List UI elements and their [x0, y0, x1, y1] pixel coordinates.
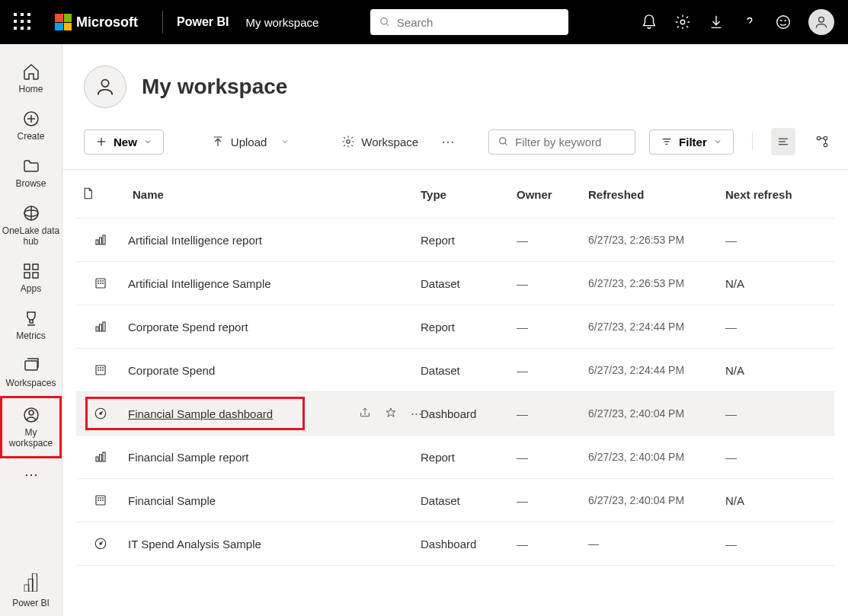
svg-point-6 — [785, 21, 786, 21]
global-search[interactable] — [370, 9, 568, 35]
svg-point-64 — [98, 498, 99, 499]
item-name[interactable]: Corporate Spend report — [128, 321, 364, 334]
nav-home[interactable]: Home — [0, 55, 62, 102]
col-name[interactable]: Name — [128, 188, 364, 201]
favorite-icon[interactable] — [385, 407, 397, 421]
upload-button[interactable]: Upload — [206, 130, 295, 153]
item-name[interactable]: Artificial Intelligence report — [128, 234, 364, 247]
share-icon[interactable] — [359, 407, 371, 421]
item-owner: — — [512, 538, 584, 551]
search-icon — [379, 16, 390, 28]
item-next-refresh: N/A — [721, 277, 820, 290]
microsoft-label: Microsoft — [76, 14, 138, 30]
nav-apps[interactable]: Apps — [0, 254, 62, 302]
item-name[interactable]: Corporate Spend — [128, 364, 364, 377]
toolbar: New Upload Workspace ⋯ Filter — [62, 128, 848, 170]
svg-rect-15 — [24, 273, 30, 278]
workspace-settings-button[interactable]: Workspace — [337, 130, 423, 153]
help-icon[interactable] — [741, 14, 758, 30]
download-icon[interactable] — [708, 14, 725, 30]
item-owner: — — [512, 451, 584, 464]
nav-my-workspace[interactable]: My workspace — [0, 396, 62, 458]
settings-icon[interactable] — [674, 14, 691, 30]
col-refreshed[interactable]: Refreshed — [584, 188, 721, 201]
nav-metrics[interactable]: Metrics — [0, 302, 62, 349]
item-name[interactable]: Artificial Intelligence Sample — [128, 277, 364, 290]
table-row[interactable]: IT Spend Analysis SampleDashboard——— — [76, 522, 834, 566]
svg-point-67 — [98, 500, 99, 501]
table-row[interactable]: Artificial Intelligence reportReport—6/2… — [76, 219, 834, 262]
row-actions: ⋯ — [364, 407, 416, 421]
nav-create[interactable]: Create — [0, 102, 62, 149]
notifications-icon[interactable] — [641, 14, 658, 30]
toolbar-more-button[interactable]: ⋯ — [437, 129, 461, 155]
table-row[interactable]: Financial Sample reportReport—6/27/23, 2… — [76, 436, 834, 479]
main-content: My workspace New Upload Workspace ⋯ Filt… — [62, 44, 848, 616]
item-next-refresh: — — [721, 321, 820, 334]
table-row[interactable]: Financial Sample dashboard⋯Dashboard—6/2… — [76, 392, 834, 436]
app-launcher-icon[interactable] — [14, 13, 32, 31]
col-owner[interactable]: Owner — [512, 188, 584, 201]
item-name[interactable]: Financial Sample report — [128, 451, 364, 464]
item-next-refresh: — — [721, 538, 820, 551]
svg-point-23 — [101, 80, 108, 87]
filter-keyword-input[interactable] — [488, 129, 635, 155]
svg-point-53 — [101, 368, 101, 369]
nav-onelake[interactable]: OneLake data hub — [0, 196, 62, 254]
svg-point-45 — [98, 283, 99, 284]
search-icon — [498, 136, 509, 148]
svg-rect-16 — [33, 273, 38, 278]
new-button[interactable]: New — [84, 129, 164, 155]
item-name[interactable]: IT Spend Analysis Sample — [128, 538, 364, 551]
col-type[interactable]: Type — [416, 188, 512, 201]
svg-point-35 — [817, 136, 821, 140]
nav-browse[interactable]: Browse — [0, 149, 62, 196]
item-refreshed: 6/27/23, 2:26:53 PM — [584, 234, 721, 246]
dataset-icon — [93, 493, 108, 508]
lineage-view-button[interactable] — [809, 128, 834, 155]
avatar[interactable] — [808, 9, 834, 35]
item-name[interactable]: Financial Sample — [128, 494, 364, 507]
item-refreshed: 6/27/23, 2:40:04 PM — [584, 407, 721, 420]
svg-point-46 — [101, 283, 101, 284]
svg-point-36 — [824, 136, 827, 140]
list-view-button[interactable] — [771, 128, 796, 155]
chevron-down-icon — [280, 137, 290, 146]
filter-button[interactable]: Filter — [649, 129, 734, 155]
table-row[interactable]: Financial SampleDataset—6/27/23, 2:40:04… — [76, 479, 834, 522]
item-refreshed: 6/27/23, 2:26:53 PM — [584, 277, 721, 289]
svg-point-65 — [101, 498, 101, 499]
svg-point-19 — [29, 410, 34, 415]
svg-rect-17 — [25, 361, 37, 370]
search-input[interactable] — [397, 16, 560, 29]
breadcrumb[interactable]: My workspace — [245, 16, 318, 29]
item-refreshed: 6/27/23, 2:40:04 PM — [584, 451, 721, 463]
table-row[interactable]: Corporate SpendDataset—6/27/23, 2:24:44 … — [76, 349, 834, 392]
nav-workspaces[interactable]: Workspaces — [0, 349, 62, 396]
nav-powerbi-footer[interactable]: Power BI — [0, 566, 62, 616]
item-refreshed: 6/27/23, 2:24:44 PM — [584, 364, 721, 376]
col-next[interactable]: Next refresh — [721, 188, 820, 201]
table-row[interactable]: Artificial Intelligence SampleDataset—6/… — [76, 262, 834, 305]
item-refreshed: — — [584, 538, 721, 550]
item-type: Dataset — [416, 364, 512, 377]
item-type: Report — [416, 321, 512, 334]
item-type: Dataset — [416, 494, 512, 507]
item-next-refresh: — — [721, 407, 820, 420]
svg-line-1 — [386, 24, 389, 26]
item-name[interactable]: Financial Sample dashboard — [128, 407, 364, 420]
svg-point-4 — [777, 16, 790, 29]
nav-more[interactable]: ⋯ — [0, 458, 62, 490]
svg-rect-13 — [24, 264, 30, 270]
table-row[interactable]: Corporate Spend reportReport—6/27/23, 2:… — [76, 305, 834, 349]
item-owner: — — [512, 277, 584, 290]
item-owner: — — [512, 234, 584, 247]
item-type: Dataset — [416, 277, 512, 290]
product-label[interactable]: Power BI — [177, 15, 229, 29]
svg-rect-50 — [103, 322, 105, 331]
feedback-icon[interactable] — [775, 14, 792, 30]
svg-point-7 — [819, 17, 824, 22]
svg-point-5 — [781, 21, 782, 21]
item-next-refresh: — — [721, 451, 820, 464]
page-title: My workspace — [142, 75, 287, 99]
